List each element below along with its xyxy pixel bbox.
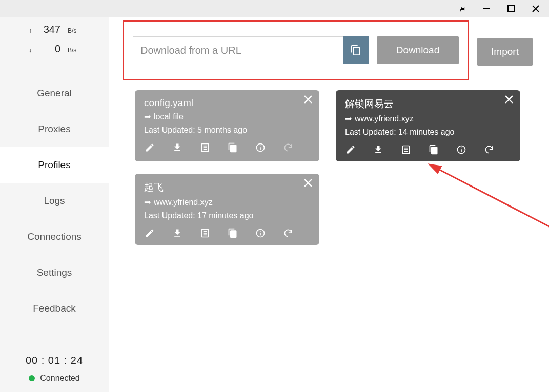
download-file-icon[interactable] (172, 228, 183, 239)
nav-item-feedback[interactable]: Feedback (0, 291, 109, 326)
paste-button[interactable] (343, 36, 369, 64)
refresh-icon[interactable] (483, 144, 495, 155)
list-icon[interactable] (199, 142, 211, 153)
profile-source-text: local file (154, 112, 184, 121)
svg-point-8 (260, 145, 261, 146)
profile-updated: Last Updated: 5 months ago (144, 126, 310, 135)
svg-rect-0 (483, 8, 490, 9)
download-speed: ↓ 0 B/s (10, 43, 98, 63)
close-icon[interactable] (304, 179, 312, 187)
nav-item-settings[interactable]: Settings (0, 255, 109, 291)
svg-rect-1 (508, 6, 514, 12)
info-icon[interactable] (456, 144, 467, 155)
source-arrow-icon: ➡ (144, 112, 151, 121)
refresh-icon[interactable] (282, 228, 294, 239)
copy-icon[interactable] (227, 228, 238, 239)
list-icon[interactable] (199, 228, 211, 239)
pin-button[interactable] (452, 1, 472, 16)
edit-icon[interactable] (345, 144, 356, 155)
upload-value: 347 (40, 24, 60, 35)
url-input[interactable] (133, 36, 343, 64)
status-dot-icon (29, 375, 35, 381)
profile-title: 解锁网易云 (345, 97, 511, 111)
source-arrow-icon: ➡ (345, 114, 352, 123)
profile-source: ➡ www.yfriend.xyz (345, 114, 511, 123)
nav-item-proxies[interactable]: Proxies (0, 111, 109, 147)
profile-cards: config.yaml ➡ local file Last Updated: 5… (135, 90, 533, 245)
edit-icon[interactable] (144, 228, 155, 239)
arrow-down-icon: ↓ (28, 47, 33, 54)
profile-card[interactable]: 解锁网易云 ➡ www.yfriend.xyz Last Updated: 14… (336, 90, 520, 161)
nav-item-general[interactable]: General (0, 75, 109, 111)
profile-updated: Last Updated: 14 minutes ago (345, 128, 511, 137)
close-icon[interactable] (505, 95, 513, 104)
nav-item-connections[interactable]: Connections (0, 219, 109, 255)
download-value: 0 (40, 43, 60, 55)
url-input-group (133, 36, 369, 64)
profile-actions (144, 228, 310, 239)
download-file-icon[interactable] (172, 142, 183, 153)
close-icon[interactable] (304, 95, 312, 104)
profile-source-text: www.yfriend.xyz (355, 114, 414, 123)
minimize-button[interactable] (476, 1, 497, 16)
window-titlebar (0, 0, 549, 17)
import-button[interactable]: Import (477, 38, 533, 66)
download-button[interactable]: Download (377, 36, 459, 64)
upload-unit: B/s (68, 27, 81, 34)
profile-source: ➡ www.yfriend.xyz (144, 197, 310, 207)
url-bar-highlight: Download (123, 20, 469, 80)
nav-item-profiles[interactable]: Profiles (0, 147, 109, 183)
info-icon[interactable] (255, 228, 266, 239)
refresh-icon[interactable] (282, 142, 294, 153)
main-content: Download Import config.yaml ➡ local file… (109, 17, 549, 392)
source-arrow-icon: ➡ (144, 197, 151, 207)
profile-actions (144, 142, 310, 153)
copy-icon[interactable] (227, 142, 238, 153)
profile-source-text: www.yfriend.xyz (154, 198, 213, 207)
nav-item-logs[interactable]: Logs (0, 183, 109, 219)
uptime-timer: 00 : 01 : 24 (5, 355, 104, 366)
speed-meter: ↑ 347 B/s ↓ 0 B/s (0, 17, 109, 67)
profile-title: 起飞 (144, 181, 310, 194)
upload-speed: ↑ 347 B/s (10, 24, 98, 43)
edit-icon[interactable] (144, 142, 155, 153)
download-file-icon[interactable] (373, 144, 384, 155)
profile-title: config.yaml (144, 97, 310, 109)
status-panel: 00 : 01 : 24 Connected (0, 344, 109, 392)
nav-list: General Proxies Profiles Logs Connection… (0, 67, 109, 344)
maximize-button[interactable] (501, 1, 521, 16)
arrow-up-icon: ↑ (28, 27, 33, 34)
profile-source: ➡ local file (144, 112, 310, 121)
connection-label: Connected (40, 374, 79, 383)
download-unit: B/s (68, 47, 81, 54)
copy-icon[interactable] (428, 144, 439, 155)
profile-updated: Last Updated: 17 minutes ago (144, 211, 310, 220)
close-window-button[interactable] (525, 1, 546, 16)
svg-point-15 (461, 147, 462, 148)
connection-status: Connected (5, 374, 104, 383)
info-icon[interactable] (255, 142, 266, 153)
svg-point-22 (260, 231, 261, 232)
sidebar: ↑ 347 B/s ↓ 0 B/s General Proxies Profil… (0, 17, 109, 392)
paste-icon (350, 45, 361, 56)
profile-card[interactable]: config.yaml ➡ local file Last Updated: 5… (135, 90, 319, 161)
profile-actions (345, 144, 511, 155)
list-icon[interactable] (400, 144, 412, 155)
profile-card[interactable]: 起飞 ➡ www.yfriend.xyz Last Updated: 17 mi… (135, 174, 319, 245)
